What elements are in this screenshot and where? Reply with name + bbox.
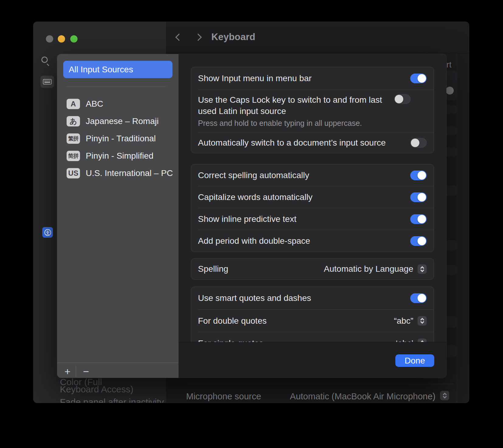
setting-label: Use the Caps Lock key to switch to and f… <box>198 94 394 117</box>
truncated-label: rt <box>446 60 452 70</box>
input-source-badge: あ <box>67 116 80 126</box>
setting-row-correct-spelling: Correct spelling automatically <box>191 164 434 186</box>
add-input-source-button[interactable]: + <box>60 365 75 378</box>
caps-lock-switch-toggle[interactable] <box>394 94 411 104</box>
input-source-badge: A <box>67 99 80 109</box>
show-input-menu-toggle[interactable] <box>410 74 427 83</box>
toggle-knob <box>418 193 426 202</box>
list-item-abc[interactable]: A ABC <box>57 95 179 112</box>
input-sources-settings-panel: Show Input menu in menu bar Use the Caps… <box>179 54 446 378</box>
sidebar-item-label: All Input Sources <box>69 65 133 74</box>
background-groupbox-fragment <box>446 345 457 357</box>
remove-input-source-button[interactable]: − <box>78 365 94 378</box>
spelling-dropdown-stepper-icon[interactable] <box>418 264 427 274</box>
input-sources-sidebar: All Input Sources A ABC あ Japanese – Rom… <box>57 54 179 378</box>
toggle-knob <box>418 215 426 223</box>
background-groupbox-fragment <box>446 71 457 100</box>
done-button[interactable]: Done <box>395 354 434 367</box>
inline-predictive-text-toggle[interactable] <box>410 214 427 224</box>
toggle-knob <box>418 294 426 302</box>
page-title: Keyboard <box>211 32 255 43</box>
single-quotes-dropdown-stepper-icon[interactable] <box>418 339 427 342</box>
capitalize-words-toggle[interactable] <box>410 192 427 202</box>
background-toggle-knob <box>446 87 454 95</box>
toggle-knob <box>418 237 426 245</box>
background-groupbox-fragment <box>446 240 457 251</box>
double-space-period-toggle[interactable] <box>410 236 427 246</box>
setting-row-caps-lock-switch: Use the Caps Lock key to switch to and f… <box>191 90 434 132</box>
background-label-line: Fade panel after inactivity <box>60 397 164 403</box>
background-groupbox-fragment <box>446 147 457 157</box>
auto-switch-document-toggle[interactable] <box>410 138 427 148</box>
minimize-window-button[interactable] <box>58 35 65 43</box>
settings-scroll-area: Show Input menu in menu bar Use the Caps… <box>179 54 446 342</box>
setting-row-double-quotes: For double quotes “abc” <box>191 310 434 332</box>
keyboard-settings-icon <box>40 76 54 88</box>
toggle-knob <box>418 171 426 180</box>
setting-row-single-quotes: For single quotes ‘abc’ <box>191 332 434 342</box>
toggle-knob <box>395 95 403 103</box>
setting-row-capitalize-words: Capitalize words automatically <box>191 186 434 208</box>
microphone-source-dropdown-stepper-icon[interactable] <box>440 391 449 400</box>
input-source-badge: 简拼 <box>67 151 80 161</box>
list-item-japanese-romaji[interactable]: あ Japanese – Romaji <box>57 112 179 130</box>
input-source-badge: US <box>67 168 80 178</box>
setting-row-auto-switch-document: Automatically switch to a document’s inp… <box>191 133 434 153</box>
keyboard-glyph <box>43 79 52 84</box>
double-quotes-dropdown-stepper-icon[interactable] <box>418 316 427 326</box>
microphone-source-label: Microphone source <box>186 391 261 401</box>
divider <box>76 366 76 377</box>
accessibility-icon <box>42 227 53 238</box>
background-label-line: Keyboard Access) <box>60 384 134 395</box>
group-spelling-typing: Correct spelling automatically Capitaliz… <box>191 164 434 252</box>
divider <box>66 87 166 87</box>
list-item-us-international-pc[interactable]: US U.S. International – PC <box>57 164 179 182</box>
setting-row-double-space-period: Add period with double-space <box>191 230 434 252</box>
spelling-dropdown-value: Automatic by Language <box>324 264 413 274</box>
smart-quotes-toggle[interactable] <box>410 293 427 303</box>
background-groupbox-fragment <box>446 126 457 135</box>
accessibility-glyph <box>44 229 51 236</box>
setting-subtitle: Press and hold to enable typing in all u… <box>198 119 394 128</box>
sidebar-item-all-input-sources[interactable]: All Input Sources <box>63 61 172 78</box>
setting-row-show-input-menu: Show Input menu in menu bar <box>191 67 434 90</box>
background-groupbox-fragment <box>446 316 457 328</box>
setting-row-inline-predictive-text: Show inline predictive text <box>191 208 434 230</box>
setting-row-smart-quotes: Use smart quotes and dashes <box>191 287 434 309</box>
toggle-knob <box>411 139 419 147</box>
desktop-background: Keyboard rt Color (Full Keyboard Access)… <box>0 0 503 448</box>
single-quotes-dropdown-value: ‘abc’ <box>396 339 413 342</box>
correct-spelling-toggle[interactable] <box>410 171 427 180</box>
input-source-list: A ABC あ Japanese – Romaji 繁拼 Pinyin - Tr… <box>57 95 179 182</box>
zoom-window-button[interactable] <box>70 35 78 43</box>
setting-row-spelling: Spelling Automatic by Language <box>191 259 434 279</box>
divider <box>57 363 179 363</box>
list-item-pinyin-simplified[interactable]: 简拼 Pinyin - Simplified <box>57 147 179 164</box>
sheet-footer: Done <box>179 342 446 378</box>
input-sources-sheet: All Input Sources A ABC あ Japanese – Rom… <box>57 54 446 378</box>
double-quotes-dropdown-value: “abc” <box>394 316 413 326</box>
close-window-button[interactable] <box>46 35 53 43</box>
search-icon[interactable] <box>41 57 48 63</box>
background-groupbox-fragment <box>446 105 457 114</box>
microphone-source-value: Automatic (MacBook Air Microphone) <box>290 391 435 401</box>
background-groupbox-fragment <box>446 265 457 275</box>
input-source-badge: 繁拼 <box>67 133 80 144</box>
background-groupbox-fragment <box>446 185 457 196</box>
divider <box>187 384 453 384</box>
content-column-edge <box>457 54 457 402</box>
group-spelling-language: Spelling Automatic by Language <box>191 258 434 280</box>
toggle-knob <box>418 74 426 83</box>
group-input-menu: Show Input menu in menu bar Use the Caps… <box>191 67 434 153</box>
list-item-pinyin-traditional[interactable]: 繁拼 Pinyin - Traditional <box>57 130 179 147</box>
group-smart-quotes: Use smart quotes and dashes For double q… <box>191 287 434 342</box>
